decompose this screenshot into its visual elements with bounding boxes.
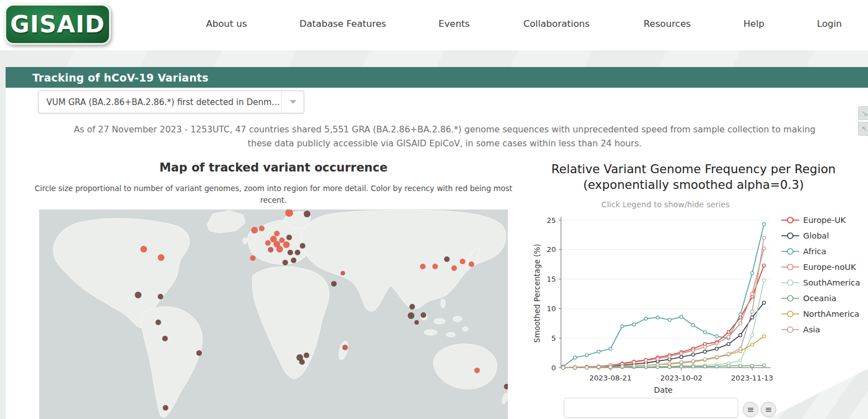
chart-series-Africa	[562, 223, 766, 368]
nav-help[interactable]: Help	[743, 18, 765, 29]
map-point[interactable]	[158, 254, 164, 261]
map-point[interactable]	[291, 258, 296, 263]
map-point[interactable]	[135, 292, 141, 298]
legend-item-Asia[interactable]: Asia	[781, 322, 860, 337]
map-point[interactable]	[162, 336, 168, 341]
nav-about-us[interactable]: About us	[206, 18, 247, 29]
legend-item-NorthAmerica[interactable]: NorthAmerica	[781, 306, 860, 322]
y-tick-label: 5	[551, 334, 556, 342]
section-banner: Tracking of hCoV-19 Variants	[6, 67, 868, 88]
map-point[interactable]	[451, 265, 457, 271]
map-point[interactable]	[300, 243, 305, 249]
collapse-arrow-icon[interactable]: ↘	[858, 106, 868, 120]
nav-database-features[interactable]: Database Features	[300, 18, 386, 29]
legend-item-Europe-noUK[interactable]: Europe-noUK	[781, 259, 860, 275]
legend-marker-icon	[781, 247, 800, 255]
y-tick-label: 20	[546, 245, 556, 254]
map-title: Map of tracked variant occurrence	[39, 161, 508, 174]
map-point[interactable]	[279, 237, 285, 243]
map-point[interactable]	[155, 320, 161, 325]
map-point[interactable]	[421, 312, 426, 318]
map-point[interactable]	[295, 250, 300, 255]
legend-item-SouthAmerica[interactable]: SouthAmerica	[781, 275, 860, 291]
map-point[interactable]	[286, 235, 292, 240]
gisaid-logo[interactable]: GISAID	[4, 4, 111, 45]
map-point[interactable]	[331, 281, 337, 287]
x-axis-label: Date	[619, 385, 708, 394]
summary-text: As of 27 November 2023 - 1253UTC, 47 cou…	[73, 123, 817, 151]
legend-item-Global[interactable]: Global	[781, 228, 860, 244]
chart-menu-button-1[interactable]: ≡	[743, 402, 758, 417]
variant-dropdown[interactable]: VUM GRA (BA.2.86+BA.2.86.*) first detect…	[38, 91, 304, 113]
map-point[interactable]	[444, 256, 450, 262]
legend-marker-icon	[781, 326, 800, 334]
chart-series-Asia	[562, 236, 766, 369]
map-point[interactable]	[196, 350, 202, 356]
chart-legend: Europe-UKGlobalAfricaEurope-noUKSouthAme…	[781, 212, 860, 337]
map-point[interactable]	[408, 312, 414, 319]
map-point[interactable]	[140, 246, 147, 253]
x-tick-label: 2023-11-13	[731, 374, 773, 382]
map-point[interactable]	[342, 345, 348, 350]
map-point[interactable]	[283, 241, 290, 248]
map-point[interactable]	[304, 353, 309, 358]
map-point[interactable]	[460, 259, 465, 264]
dropdown-caret-box[interactable]	[281, 91, 304, 113]
map-point[interactable]	[158, 294, 163, 299]
map-point[interactable]	[432, 264, 438, 269]
background-stripe	[0, 50, 868, 68]
legend-marker-icon	[781, 294, 800, 302]
map-point[interactable]	[259, 226, 265, 231]
map-subtitle: Circle size proportional to number of va…	[34, 183, 513, 206]
map-point[interactable]	[420, 264, 426, 269]
legend-marker-icon	[781, 279, 800, 287]
chart-title-line2: (exponentially smoothed alpha=0.3)	[537, 178, 850, 192]
legend-item-Africa[interactable]: Africa	[781, 244, 860, 259]
world-map[interactable]	[39, 210, 508, 419]
legend-label: Oceania	[803, 294, 836, 303]
map-point[interactable]	[251, 227, 258, 234]
map-point[interactable]	[341, 271, 345, 275]
frequency-chart: 05101520252023-08-212023-10-022023-11-13	[530, 213, 781, 384]
legend-marker-icon	[781, 232, 800, 240]
map-point[interactable]	[414, 320, 419, 325]
legend-label: SouthAmerica	[803, 278, 860, 287]
chevron-down-icon	[290, 100, 296, 104]
nav-collaborations[interactable]: Collaborations	[523, 18, 590, 29]
y-tick-label: 25	[546, 216, 556, 225]
y-tick-label: 15	[546, 275, 556, 283]
legend-item-Oceania[interactable]: Oceania	[781, 291, 860, 306]
y-tick-label: 10	[546, 304, 556, 313]
legend-label: Europe-UK	[803, 216, 846, 225]
legend-label: Europe-noUK	[803, 263, 856, 272]
map-point[interactable]	[282, 260, 288, 265]
map-point[interactable]	[304, 211, 310, 217]
map-point[interactable]	[250, 255, 256, 261]
chart-range-input[interactable]	[564, 398, 738, 418]
map-point[interactable]	[299, 359, 305, 365]
map-point[interactable]	[276, 246, 283, 253]
legend-marker-icon	[781, 310, 800, 318]
map-point[interactable]	[163, 405, 168, 411]
map-point[interactable]	[409, 304, 415, 310]
map-point[interactable]	[268, 247, 273, 253]
x-tick-label: 2023-10-02	[660, 374, 702, 382]
map-point[interactable]	[265, 240, 271, 246]
nav-events[interactable]: Events	[438, 18, 470, 29]
map-point[interactable]	[469, 261, 474, 267]
map-point[interactable]	[474, 368, 480, 373]
nav-resources[interactable]: Resources	[644, 18, 691, 29]
expand-arrow-icon[interactable]: ↖	[858, 122, 868, 136]
legend-label: NorthAmerica	[803, 310, 859, 318]
legend-marker-icon	[781, 263, 800, 271]
site-header: GISAID About us Database Features Events…	[0, 0, 868, 50]
variant-dropdown-value: VUM GRA (BA.2.86+BA.2.86.*) first detect…	[39, 97, 281, 107]
map-point[interactable]	[287, 250, 293, 255]
map-point[interactable]	[504, 384, 508, 389]
nav-login[interactable]: Login	[817, 18, 842, 29]
legend-item-Europe-UK[interactable]: Europe-UK	[781, 212, 860, 228]
chart-menu-button-2[interactable]: ≡	[761, 402, 776, 417]
legend-label: Global	[803, 231, 829, 240]
map-point[interactable]	[274, 231, 280, 236]
gisaid-logo-text: GISAID	[10, 11, 105, 38]
